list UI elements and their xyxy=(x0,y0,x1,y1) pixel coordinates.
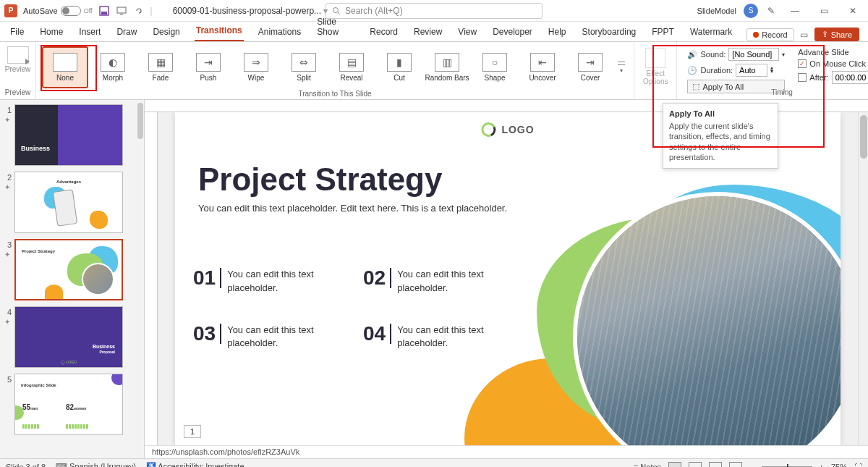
transition-group-label: Transition to This Slide xyxy=(298,90,371,99)
slide-thumbnail-1[interactable]: Business xyxy=(14,104,123,166)
tab-transitions[interactable]: Transitions xyxy=(195,22,244,41)
slide-subheading[interactable]: You can edit this text placeholder. Edit… xyxy=(198,203,507,214)
tab-record[interactable]: Record xyxy=(368,24,399,41)
svg-point-3 xyxy=(333,7,339,12)
title-bar: P AutoSave Off | 60009-01-business-propo… xyxy=(0,0,868,22)
animation-star-icon: ✦ xyxy=(4,251,10,258)
transition-fade[interactable]: ▦Fade xyxy=(137,46,184,88)
slide-page-number[interactable]: 1 xyxy=(184,425,201,438)
transition-randombars[interactable]: ▥Random Bars xyxy=(424,46,470,88)
transition-wipe[interactable]: ⇒Wipe xyxy=(233,46,279,88)
present-mode-icon[interactable]: ▭ xyxy=(799,29,810,41)
slide-thumbnail-4[interactable]: BusinessProposal ◯ LOGO xyxy=(14,306,123,368)
save-icon[interactable] xyxy=(98,5,110,17)
notes-button[interactable]: ≡ Notes xyxy=(634,463,661,468)
language-indicator[interactable]: ⌨ Spanish (Uruguay) xyxy=(56,462,136,467)
reading-view-icon[interactable] xyxy=(709,462,722,468)
svg-rect-2 xyxy=(117,7,126,13)
animation-star-icon: ✦ xyxy=(4,183,10,191)
tab-draw[interactable]: Draw xyxy=(115,24,138,41)
tab-home[interactable]: Home xyxy=(38,24,64,41)
notes-bar[interactable]: https://unsplash.com/photos/efizRZ3AuVk xyxy=(145,445,868,458)
tab-insert[interactable]: Insert xyxy=(77,24,102,41)
zoom-in-button[interactable]: + xyxy=(820,463,824,468)
mic-icon[interactable]: ✎ xyxy=(765,5,777,17)
effect-options-button[interactable]: Effect Options xyxy=(639,45,672,88)
sound-control[interactable]: 🔊 Sound: ▾ xyxy=(687,48,785,61)
item-01[interactable]: 01You can edit this text placeholder. xyxy=(193,268,356,294)
maximize-button[interactable]: ▭ xyxy=(813,4,835,18)
slide-logo[interactable]: LOGO xyxy=(481,122,534,137)
tooltip-title: Apply To All xyxy=(669,109,772,118)
ribbon: Preview Preview None ◐Morph ▦Fade ⇥Push … xyxy=(0,42,868,100)
vertical-ruler[interactable] xyxy=(145,112,158,445)
transition-push[interactable]: ⇥Push xyxy=(185,46,231,88)
advance-slide-label: Advance Slide xyxy=(798,48,868,56)
autosave-toggle[interactable]: AutoSave Off xyxy=(23,6,93,16)
animation-star-icon: ✦ xyxy=(4,116,10,124)
zoom-out-button[interactable]: − xyxy=(749,463,754,468)
zoom-level[interactable]: 75% xyxy=(831,463,847,468)
tab-storyboarding[interactable]: Storyboarding xyxy=(581,24,638,41)
svg-rect-1 xyxy=(101,12,107,14)
tab-review[interactable]: Review xyxy=(412,24,443,41)
account-name[interactable]: SlideModel xyxy=(697,7,736,15)
fit-to-window-icon[interactable]: ⛶ xyxy=(854,463,862,468)
after-time-input[interactable] xyxy=(832,71,868,84)
animation-star-icon: ✦ xyxy=(4,318,10,326)
tab-watermark[interactable]: Watermark xyxy=(689,24,733,41)
transition-split[interactable]: ⇔Split xyxy=(281,46,327,88)
close-button[interactable]: ✕ xyxy=(842,4,864,18)
apply-all-icon: ⬚ xyxy=(692,82,699,91)
slideshow-view-icon[interactable] xyxy=(729,462,742,468)
item-04[interactable]: 04You can edit this text placeholder. xyxy=(363,324,526,350)
editor-scrollbar[interactable] xyxy=(858,112,868,445)
document-title[interactable]: 60009-01-business-proposal-powerp... ▾ xyxy=(173,6,328,16)
share-button[interactable]: ⇪ Share xyxy=(814,28,859,41)
thumbnail-scrollbar[interactable] xyxy=(135,100,144,458)
tab-file[interactable]: File xyxy=(9,24,25,41)
sorter-view-icon[interactable] xyxy=(689,462,702,468)
effect-options-icon xyxy=(645,48,665,68)
tab-developer[interactable]: Developer xyxy=(491,24,534,41)
sound-select[interactable] xyxy=(728,48,779,61)
slide-thumbnail-3[interactable]: Project Strategy xyxy=(14,239,123,300)
normal-view-icon[interactable] xyxy=(668,462,681,468)
record-button[interactable]: Record xyxy=(746,28,793,41)
slide-thumbnail-5[interactable]: Infographic Slide 55men 82women xyxy=(14,374,123,435)
duration-control[interactable]: 🕒 Duration: ▴▾ xyxy=(687,64,785,77)
user-avatar[interactable]: S xyxy=(744,4,758,18)
tab-design[interactable]: Design xyxy=(151,24,181,41)
transition-shape[interactable]: ○Shape xyxy=(472,46,518,88)
duration-input[interactable] xyxy=(736,64,767,77)
apply-to-all-button[interactable]: ⬚ Apply To All xyxy=(687,80,785,93)
on-mouse-click-checkbox[interactable]: ✓ On Mouse Click xyxy=(798,59,868,68)
transition-reveal[interactable]: ▤Reveal xyxy=(328,46,375,88)
transition-uncover[interactable]: ⇤Uncover xyxy=(519,46,566,88)
toggle-switch[interactable] xyxy=(61,6,81,16)
transition-morph[interactable]: ◐Morph xyxy=(90,46,136,88)
accessibility-checker[interactable]: ♿ Accessibility: Investigate xyxy=(146,462,244,467)
transitions-more[interactable]: ▾ xyxy=(615,46,628,88)
item-03[interactable]: 03You can edit this text placeholder. xyxy=(193,324,356,350)
slide-thumbnail-2[interactable]: Advantages xyxy=(14,172,123,233)
tab-help[interactable]: Help xyxy=(547,24,568,41)
minimize-button[interactable]: — xyxy=(784,4,806,18)
item-02[interactable]: 02You can edit this text placeholder. xyxy=(363,268,526,294)
present-icon[interactable] xyxy=(116,5,127,17)
search-input[interactable]: Search (Alt+Q) xyxy=(326,3,542,19)
powerpoint-app-icon: P xyxy=(4,4,17,17)
tab-view[interactable]: View xyxy=(456,24,478,41)
tab-animations[interactable]: Animations xyxy=(257,24,302,41)
transition-cover[interactable]: ⇥Cover xyxy=(567,46,613,88)
undo-icon[interactable] xyxy=(133,5,145,17)
search-placeholder: Search (Alt+Q) xyxy=(345,6,403,16)
slide-heading[interactable]: Project Strategy xyxy=(198,161,442,198)
after-checkbox[interactable]: After: ▴▾ xyxy=(798,71,868,84)
preview-button[interactable]: Preview xyxy=(0,45,36,75)
tab-fppt[interactable]: FPPT xyxy=(650,24,676,41)
slide-counter[interactable]: Slide 3 of 8 xyxy=(6,463,46,468)
checkbox-unchecked-icon xyxy=(798,73,807,82)
transition-cut[interactable]: ▮Cut xyxy=(376,46,422,88)
transition-none[interactable]: None xyxy=(42,46,88,88)
